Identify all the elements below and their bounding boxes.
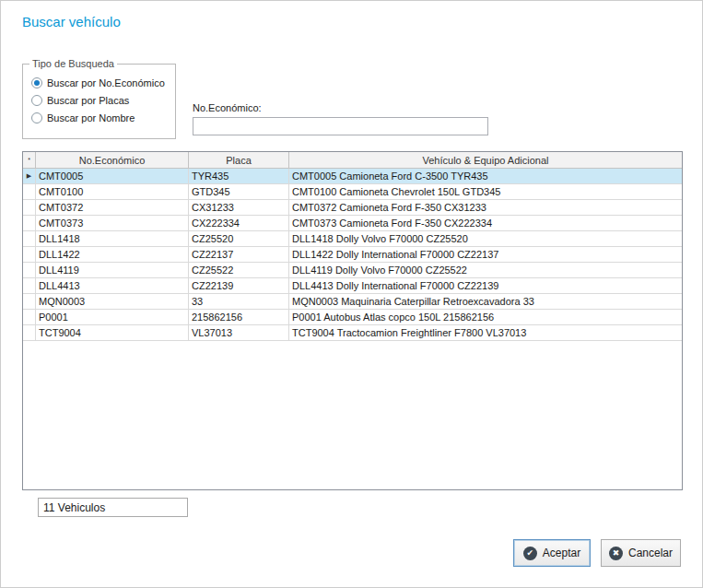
grid-cell[interactable]: CX222334 (189, 216, 289, 230)
radio-label: Buscar por Placas (47, 95, 129, 106)
grid-cell[interactable]: CZ22139 (189, 278, 289, 293)
radio-dot-icon[interactable] (31, 112, 42, 123)
radio-buscar-por-no-economico[interactable]: Buscar por No.Económico (31, 77, 170, 88)
search-type-options: Buscar por No.Económico Buscar por Placa… (23, 65, 175, 123)
grid-cell[interactable]: CMT0005 (36, 169, 189, 183)
radio-buscar-por-placas[interactable]: Buscar por Placas (31, 95, 170, 106)
table-row[interactable]: DLL1418CZ25520DLL1418 Dolly Volvo F70000… (23, 231, 682, 247)
column-header-placa[interactable]: Placa (189, 152, 289, 168)
grid-cell[interactable]: DLL1422 (36, 247, 189, 262)
table-row[interactable]: CMT0373CX222334CMT0373 Camioneta Ford F-… (23, 216, 682, 231)
table-row[interactable]: TCT9004VL37013TCT9004 Tractocamion Freig… (23, 325, 682, 341)
buscar-vehiculo-dialog: Buscar vehículo Tipo de Busqueda Buscar … (0, 0, 703, 588)
grid-cell[interactable]: TYR435 (189, 169, 289, 183)
grid-cell[interactable]: DLL1418 Dolly Volvo F70000 CZ25520 (289, 231, 682, 246)
no-economico-label: No.Económico: (193, 102, 262, 113)
search-type-legend: Tipo de Busqueda (29, 58, 117, 69)
grid-cell[interactable]: CX31233 (189, 200, 289, 215)
grid-cell[interactable]: MQN0003 (36, 294, 189, 309)
row-selector-cell[interactable] (23, 184, 36, 199)
table-row[interactable]: P0001215862156P0001 Autobus Atlas copco … (23, 310, 682, 325)
grid-cell[interactable]: 215862156 (189, 310, 289, 324)
grid-cell[interactable]: CZ22137 (189, 247, 289, 262)
grid-cell[interactable]: P0001 Autobus Atlas copco 150L 215862156 (289, 310, 682, 324)
table-row[interactable]: ▶CMT0005TYR435CMT0005 Camioneta Ford C-3… (23, 169, 682, 184)
grid-cell[interactable]: TCT9004 (36, 325, 189, 340)
column-header-no-economico[interactable]: No.Económico (36, 152, 189, 168)
cancel-button-label: Cancelar (628, 547, 673, 559)
grid-cell[interactable]: CMT0372 (36, 200, 189, 215)
search-type-groupbox: Tipo de Busqueda Buscar por No.Económico… (22, 64, 176, 139)
no-economico-input[interactable] (193, 117, 488, 135)
grid-cell[interactable]: 33 (189, 294, 289, 309)
page-title: Buscar vehículo (22, 14, 121, 29)
row-selector-header: * (23, 152, 36, 168)
grid-cell[interactable]: P0001 (36, 310, 189, 324)
radio-buscar-por-nombre[interactable]: Buscar por Nombre (31, 112, 170, 123)
cancel-button[interactable]: ✖ Cancelar (601, 539, 681, 567)
vehicles-grid[interactable]: * No.Económico Placa Vehículo & Equipo A… (22, 151, 683, 490)
row-selector-cell[interactable] (23, 310, 36, 324)
grid-cell[interactable]: CMT0373 Camioneta Ford F-350 CX222334 (289, 216, 682, 230)
accept-button[interactable]: ✔ Aceptar (513, 539, 591, 567)
row-selector-cell[interactable] (23, 231, 36, 246)
table-row[interactable]: MQN000333MQN0003 Maquinaria Caterpillar … (23, 294, 682, 310)
grid-cell[interactable]: CMT0100 (36, 184, 189, 199)
grid-cell[interactable]: MQN0003 Maquinaria Caterpillar Retroexca… (289, 294, 682, 309)
grid-cell[interactable]: CMT0372 Camioneta Ford F-350 CX31233 (289, 200, 682, 215)
radio-label: Buscar por Nombre (47, 112, 135, 123)
row-selector-cell[interactable] (23, 247, 36, 262)
grid-cell[interactable]: DLL4413 (36, 278, 189, 293)
grid-cell[interactable]: CMT0005 Camioneta Ford C-3500 TYR435 (289, 169, 682, 183)
radio-dot-icon[interactable] (31, 77, 42, 88)
row-selector-cell[interactable] (23, 278, 36, 293)
grid-body: ▶CMT0005TYR435CMT0005 Camioneta Ford C-3… (23, 169, 682, 341)
grid-cell[interactable]: DLL1418 (36, 231, 189, 246)
grid-cell[interactable]: DLL1422 Dolly International F70000 CZ221… (289, 247, 682, 262)
grid-cell[interactable]: CZ25520 (189, 231, 289, 246)
column-header-vehiculo[interactable]: Vehículo & Equipo Adicional (289, 152, 682, 168)
row-selector-cell[interactable] (23, 216, 36, 230)
grid-cell[interactable]: TCT9004 Tractocamion Freightliner F7800 … (289, 325, 682, 340)
vehicle-count-text: 11 Vehiculos (43, 501, 105, 514)
grid-cell[interactable]: DLL4413 Dolly International F70000 CZ221… (289, 278, 682, 293)
table-row[interactable]: DLL4413CZ22139DLL4413 Dolly Internationa… (23, 278, 682, 294)
row-selector-cell[interactable]: ▶ (23, 169, 36, 183)
accept-button-label: Aceptar (543, 547, 580, 559)
grid-cell[interactable]: GTD345 (189, 184, 289, 199)
grid-cell[interactable]: DLL4119 Dolly Volvo F70000 CZ25522 (289, 263, 682, 277)
close-icon: ✖ (609, 547, 623, 560)
grid-header-row: * No.Económico Placa Vehículo & Equipo A… (23, 152, 682, 169)
table-row[interactable]: DLL4119CZ25522DLL4119 Dolly Volvo F70000… (23, 263, 682, 278)
radio-dot-icon[interactable] (31, 95, 42, 106)
row-selector-cell[interactable] (23, 200, 36, 215)
grid-cell[interactable]: CMT0100 Camioneta Chevrolet 150L GTD345 (289, 184, 682, 199)
radio-label: Buscar por No.Económico (47, 77, 165, 88)
row-selector-cell[interactable] (23, 294, 36, 309)
grid-cell[interactable]: CMT0373 (36, 216, 189, 230)
grid-cell[interactable]: VL37013 (189, 325, 289, 340)
grid-cell[interactable]: CZ25522 (189, 263, 289, 277)
table-row[interactable]: CMT0372CX31233CMT0372 Camioneta Ford F-3… (23, 200, 682, 216)
check-icon: ✔ (523, 547, 537, 560)
table-row[interactable]: CMT0100GTD345CMT0100 Camioneta Chevrolet… (23, 184, 682, 200)
vehicle-count-box: 11 Vehiculos (38, 498, 188, 517)
table-row[interactable]: DLL1422CZ22137DLL1422 Dolly Internationa… (23, 247, 682, 263)
grid-cell[interactable]: DLL4119 (36, 263, 189, 277)
row-selector-cell[interactable] (23, 325, 36, 340)
row-selector-cell[interactable] (23, 263, 36, 277)
